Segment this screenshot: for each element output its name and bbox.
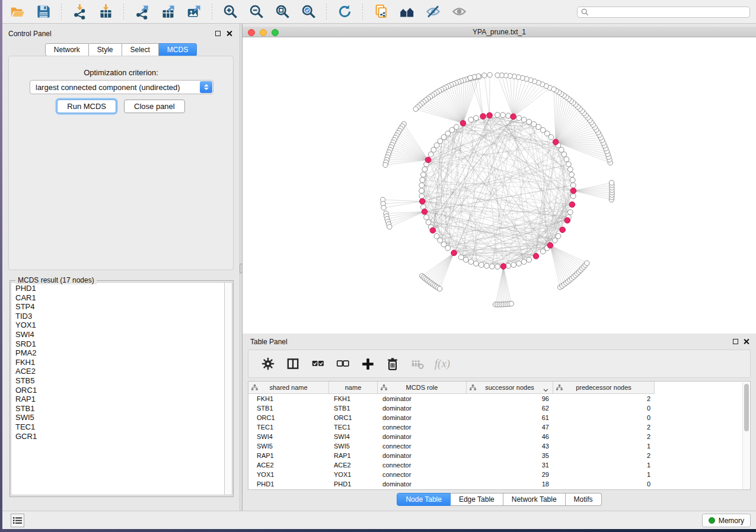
table-row[interactable]: SWI4SWI4dominator462: [248, 432, 655, 441]
duplicate-network-button[interactable]: [371, 3, 391, 21]
column-label: shared name: [269, 384, 307, 391]
tab-motifs[interactable]: Motifs: [566, 493, 602, 506]
table-row[interactable]: ACE2ACE2connector311: [248, 460, 655, 470]
table-cell: 62: [467, 403, 553, 413]
tab-mcds[interactable]: MCDS: [159, 43, 197, 56]
refresh-button[interactable]: [334, 3, 355, 21]
table-rows: FKH1FKH1dominator962STB1STB1dominator620…: [248, 394, 655, 489]
mcds-result-item[interactable]: STB5: [15, 376, 224, 386]
export-table-button[interactable]: [158, 3, 178, 21]
open-file-icon: [9, 4, 25, 20]
tab-node-table[interactable]: Node Table: [397, 493, 451, 506]
mcds-result-item[interactable]: FKH1: [15, 358, 224, 367]
tab-network-table[interactable]: Network Table: [503, 493, 566, 506]
column-header-shared-name[interactable]: shared name: [248, 382, 329, 394]
network-title: YPA_prune.txt_1: [243, 28, 756, 36]
mcds-result-item[interactable]: YOX1: [15, 321, 224, 330]
mcds-result-item[interactable]: CAR1: [15, 293, 224, 303]
tab-select[interactable]: Select: [122, 43, 159, 56]
search-box[interactable]: [577, 7, 750, 18]
export-image-button[interactable]: [184, 3, 204, 21]
settings-gear-button[interactable]: [260, 356, 276, 371]
float-panel-icon[interactable]: [215, 31, 221, 36]
mcds-result-item[interactable]: PHD1: [15, 284, 224, 293]
column-header-successor-nodes[interactable]: successor nodes: [467, 382, 553, 394]
column-header-MCDS-role[interactable]: MCDS role: [378, 382, 467, 394]
open-file-button[interactable]: [7, 3, 27, 21]
function-builder-icon: f(x): [435, 357, 450, 370]
dropdown-selected-value: largest connected component (undirected): [36, 83, 180, 92]
mcds-result-item[interactable]: RAP1: [15, 395, 224, 404]
zoom-in-button[interactable]: [220, 3, 240, 21]
mcds-result-item[interactable]: PMA2: [15, 348, 224, 358]
mcds-result-item[interactable]: SWI4: [15, 330, 224, 339]
tab-style[interactable]: Style: [89, 43, 122, 56]
table-row[interactable]: FKH1FKH1dominator962: [248, 394, 655, 403]
mcds-result-item[interactable]: TEC1: [15, 422, 224, 432]
delete-column-button[interactable]: [385, 356, 400, 371]
hide-selected-button[interactable]: [423, 3, 443, 21]
zoom-selected-button[interactable]: [298, 3, 318, 21]
table-row[interactable]: TEC1TEC1connector472: [248, 422, 655, 432]
tab-network[interactable]: Network: [45, 43, 89, 56]
table-cell: SWI5: [329, 441, 378, 451]
import-table-button[interactable]: [95, 3, 116, 21]
table-cell: 18: [467, 479, 553, 489]
table-cell: PHD1: [329, 479, 378, 489]
table-scrollbar-thumb[interactable]: [744, 384, 749, 431]
mcds-result-item[interactable]: GCR1: [15, 432, 224, 441]
search-input[interactable]: [589, 8, 746, 17]
close-panel-icon[interactable]: [226, 30, 232, 37]
optimization-criterion-dropdown[interactable]: largest connected component (undirected): [30, 80, 213, 94]
column-label: successor nodes: [485, 384, 534, 391]
close-table-panel-icon[interactable]: [743, 338, 749, 345]
dropdown-stepper-icon: [200, 81, 212, 93]
table-row[interactable]: PHD1PHD1dominator180: [248, 479, 655, 489]
toggle-columns-icon: [286, 357, 300, 371]
column-header-predecessor-nodes[interactable]: predecessor nodes: [553, 382, 655, 394]
table-scrollbar[interactable]: [742, 382, 749, 490]
network-view[interactable]: [243, 37, 756, 334]
import-network-button[interactable]: [69, 3, 90, 21]
task-history-button[interactable]: [11, 514, 24, 527]
zoom-out-button[interactable]: [246, 3, 266, 21]
column-header-name[interactable]: name: [329, 382, 378, 394]
mcds-result-item[interactable]: ORC1: [15, 386, 224, 395]
table-row[interactable]: YOX1YOX1connector291: [248, 470, 655, 479]
mcds-result-item[interactable]: ACE2: [15, 367, 224, 376]
close-panel-button[interactable]: Close panel: [124, 100, 185, 113]
column-label: name: [345, 384, 362, 391]
export-network-button[interactable]: [132, 3, 152, 21]
mcds-result-item[interactable]: TID3: [15, 312, 224, 321]
toolbar-separator: [362, 4, 363, 20]
first-neighbors-button[interactable]: [397, 3, 417, 21]
mcds-result-item[interactable]: STB1: [15, 404, 224, 414]
table-row[interactable]: STB1STB1dominator620: [248, 403, 655, 413]
save-session-button[interactable]: [33, 3, 53, 21]
show-all-icon: [451, 4, 467, 20]
table-row[interactable]: ORC1ORC1dominator610: [248, 413, 655, 422]
zoom-fit-button[interactable]: [272, 3, 292, 21]
show-all-button[interactable]: [449, 3, 469, 21]
toggle-columns-button[interactable]: [285, 356, 301, 371]
mcds-result-item[interactable]: STP4: [15, 302, 224, 312]
table-row[interactable]: SWI5SWI5connector431: [248, 441, 655, 451]
mcds-result-item[interactable]: SRD1: [15, 339, 224, 349]
tab-edge-table[interactable]: Edge Table: [451, 493, 503, 506]
add-column-icon: [361, 357, 375, 371]
clear-table-button: [410, 356, 425, 371]
toolbar-separator: [326, 4, 327, 20]
deselect-all-button[interactable]: [335, 356, 350, 371]
app-window: Control Panel NetworkStyleSelectMCDS Opt…: [2, 0, 756, 529]
table-row[interactable]: RAP1RAP1dominator352: [248, 451, 655, 460]
mcds-list-scrollbar[interactable]: [224, 282, 232, 495]
select-all-button[interactable]: [310, 356, 326, 371]
float-table-panel-icon[interactable]: [733, 339, 738, 344]
add-column-button[interactable]: [360, 356, 375, 371]
mcds-result-item[interactable]: SWI5: [15, 413, 224, 422]
memory-button[interactable]: Memory: [702, 514, 751, 527]
run-mcds-button[interactable]: Run MCDS: [57, 100, 116, 113]
export-network-icon: [134, 4, 150, 20]
shared-column-icon: [251, 384, 258, 392]
control-panel: Control Panel NetworkStyleSelectMCDS Opt…: [2, 24, 240, 511]
